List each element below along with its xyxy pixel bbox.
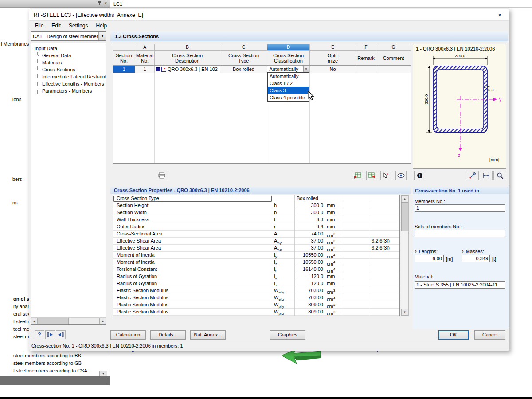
table-row[interactable]: 1 1 QRO 300x6.3 | EN 102 Box rolled Auto… (113, 66, 411, 73)
properties-scrollbar[interactable]: ▲ ▼ (401, 195, 409, 316)
scroll-right-icon[interactable]: ▶ (99, 318, 106, 324)
dropdown-option-class-3[interactable]: Class 3 (268, 87, 309, 94)
tree-horizontal-scrollbar[interactable]: ◀ ▶ (31, 317, 106, 324)
sidebar-item-intermediate-lateral-restraints[interactable]: Intermediate Lateral Restraints (38, 73, 106, 80)
sidebar-item-effective-lengths-members[interactable]: Effective Lengths - Members (38, 80, 106, 87)
zoom-section-button[interactable] (493, 171, 506, 180)
sidebar-item-general-data[interactable]: General Data (38, 52, 106, 59)
property-row[interactable]: Radius of Gyrationiy120.0mm (113, 273, 399, 280)
column-header-4[interactable]: Cross-Section Classification (267, 51, 310, 65)
chevron-down-icon[interactable]: ▾ (98, 32, 106, 40)
property-row[interactable]: Radius of Gyrationiz120.0mm (113, 280, 399, 287)
menu-help[interactable]: Help (92, 22, 111, 30)
members-field[interactable]: 1 (415, 204, 505, 212)
export-table-button[interactable] (366, 171, 377, 180)
sets-field[interactable]: - (415, 230, 505, 237)
property-row[interactable]: Wall Thicknesst6.3mm (113, 216, 399, 223)
sidebar-item-materials[interactable]: Materials (38, 59, 106, 66)
column-header-0[interactable]: Section No. (113, 51, 135, 65)
scroll-down-icon[interactable]: ▼ (401, 309, 408, 316)
info-button[interactable]: i (414, 171, 425, 180)
property-row[interactable]: Section Heighth300.0mm (113, 202, 399, 209)
scrollbar-track[interactable] (69, 318, 99, 324)
dimensions-button[interactable] (480, 171, 493, 180)
property-row[interactable]: Plastic Section ModulusWpl,z809.00cm3 (113, 309, 399, 316)
column-letter-D[interactable]: D (267, 44, 310, 50)
property-row[interactable]: Section Widthb300.0mm (113, 209, 399, 216)
nav-root-input-data[interactable]: Input Data (31, 43, 106, 52)
nat-annex-button[interactable]: Nat. Annex... (190, 330, 226, 340)
lengths-field[interactable]: 6.00 (415, 255, 444, 262)
classification-cell[interactable]: Automatically ▾ (267, 66, 310, 73)
remark-cell[interactable] (356, 66, 376, 73)
property-row[interactable]: Moment of InertiaIz10550.00cm4 (113, 259, 399, 266)
property-row[interactable]: Cross-Sectional AreaA74.00cm2 (113, 231, 399, 238)
pick-members-button[interactable]: * (380, 171, 391, 180)
close-panel-icon[interactable]: × (104, 1, 107, 6)
material-field[interactable]: 1 - Steel S 355 | EN 10025-2:2004-11 (415, 281, 505, 289)
import-table-button[interactable] (352, 171, 363, 180)
background-scroll-down-button[interactable]: ▼ (99, 371, 107, 377)
property-row[interactable]: Elastic Section ModulusWel,y703.00cm3 (113, 287, 399, 294)
property-row[interactable]: Outer Radiusr9.4mm (113, 223, 399, 231)
column-header-7[interactable]: Comment (376, 51, 411, 65)
table-next-button[interactable] (56, 330, 66, 339)
property-row[interactable]: Elastic Section ModulusWel,z703.00cm3 (113, 294, 399, 301)
sidebar-item-cross-sections[interactable]: Cross-Sections (38, 66, 106, 73)
menu-edit[interactable]: Edit (47, 22, 65, 30)
column-letter-G[interactable]: G (376, 44, 411, 50)
column-letter-F[interactable]: F (356, 44, 376, 50)
pin-icon[interactable] (98, 1, 102, 7)
column-header-3[interactable]: Cross-Section Type (220, 51, 267, 65)
scroll-up-icon[interactable]: ▲ (401, 195, 408, 202)
column-letter-B[interactable]: B (155, 44, 220, 50)
column-header-2[interactable]: Cross-Section Description (155, 51, 220, 65)
dialog-titlebar[interactable]: RF-STEEL EC3 - [Effective widths_Annexe_… (29, 9, 509, 21)
column-letter-C[interactable]: C (220, 44, 267, 50)
column-header-6[interactable]: Remark (356, 51, 376, 65)
classification-dropdown[interactable]: AutomaticallyClass 1 / 2Class 3Class 4 p… (267, 72, 309, 102)
scrollbar-thumb[interactable] (38, 318, 69, 324)
property-row[interactable]: Plastic Section ModulusWpl,y809.00cm3 (113, 301, 399, 309)
column-letter-A[interactable]: A (135, 44, 155, 50)
scrollbar-track[interactable] (401, 231, 408, 309)
details-button[interactable]: Details... (150, 330, 186, 340)
menu-settings[interactable]: Settings (65, 22, 92, 30)
masses-field[interactable]: 0.349 (462, 255, 490, 262)
column-letter-E[interactable]: E (310, 44, 356, 50)
view-button[interactable] (395, 171, 407, 180)
table-prev-button[interactable] (45, 330, 55, 339)
dropdown-option-class-4-possible[interactable]: Class 4 possible (268, 94, 309, 101)
property-row[interactable]: Effective Shear AreaAv,y37.00cm26.2.6(3f… (113, 238, 399, 245)
property-row[interactable]: Moment of InertiaIy10550.00cm4 (113, 252, 399, 259)
stress-points-button[interactable] (466, 171, 479, 180)
help-button[interactable]: ? (35, 330, 44, 339)
scroll-left-icon[interactable]: ◀ (31, 318, 38, 324)
column-header-5[interactable]: Opti- mize (310, 51, 356, 65)
property-row[interactable]: Cross-Section TypeBox rolled (113, 195, 399, 202)
description-cell[interactable]: QRO 300x6.3 | EN 102 (155, 66, 220, 73)
property-row[interactable]: Torsional ConstantIt16140.00cm4 (113, 266, 399, 273)
property-row[interactable]: Effective Shear AreaAv,z37.00cm26.2.6(3f… (113, 245, 399, 252)
close-icon[interactable]: × (496, 12, 503, 19)
dropdown-option-class-1-2[interactable]: Class 1 / 2 (268, 80, 309, 87)
column-header-1[interactable]: Material No. (135, 51, 155, 65)
menu-file[interactable]: File (31, 22, 47, 30)
load-case-tab[interactable]: LC1 (113, 1, 122, 7)
calculation-button[interactable]: Calculation (110, 330, 146, 340)
graphics-button[interactable]: Graphics (270, 330, 305, 340)
classification-combo[interactable]: Automatically ▾ (268, 66, 309, 72)
scrollbar-thumb[interactable] (401, 202, 408, 231)
cancel-button[interactable]: Cancel (474, 330, 505, 340)
dropdown-option-automatically[interactable]: Automatically (268, 73, 309, 80)
type-cell[interactable]: Box rolled (220, 66, 267, 73)
material-cell[interactable]: 1 (135, 66, 155, 73)
sidebar-item-parameters-members[interactable]: Parameters - Members (38, 87, 106, 94)
ok-button[interactable]: OK (438, 330, 469, 340)
chevron-down-icon[interactable]: ▾ (303, 66, 309, 72)
optimize-cell[interactable]: No (310, 66, 356, 73)
design-case-combo[interactable]: CA1 - Design of steel members ▾ (31, 31, 106, 41)
comment-cell[interactable] (376, 66, 411, 73)
row-number-cell[interactable]: 1 (113, 66, 135, 73)
print-button[interactable] (156, 171, 167, 180)
